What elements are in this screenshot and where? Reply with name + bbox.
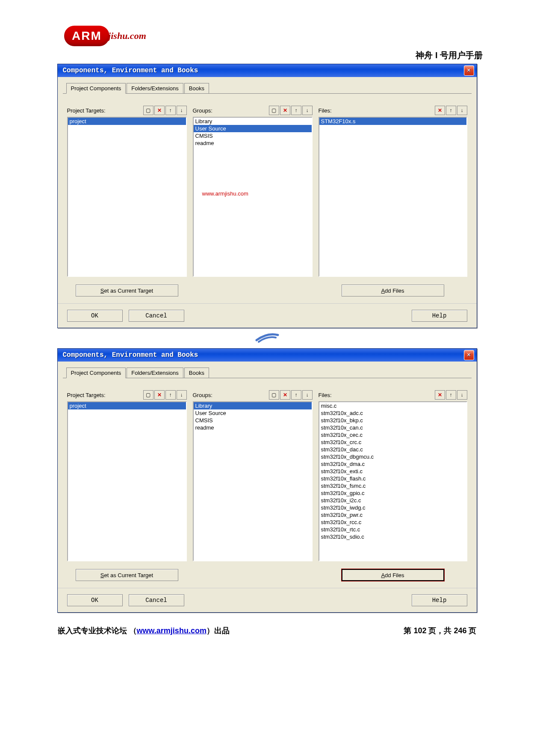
list-item[interactable]: project [68,402,186,409]
list-item[interactable]: readme [194,139,312,147]
tab-project-components[interactable]: Project Components [66,83,126,94]
cancel-button[interactable]: Cancel [129,310,184,322]
page-title: 神舟 I 号用户手册 [0,50,483,61]
tab-folders-extensions[interactable]: Folders/Extensions [127,368,183,378]
delete-file-button[interactable]: ✕ [435,390,445,400]
tab-books[interactable]: Books [184,368,209,378]
list-item[interactable]: stm32f10x_cec.c [319,431,466,439]
delete-target-button[interactable]: ✕ [154,106,165,115]
move-target-down-button[interactable]: ↓ [177,390,187,400]
move-up-icon: ↑ [450,107,452,113]
add-files-button[interactable]: Add Files [342,569,444,581]
add-files-label: dd Files [385,288,404,294]
list-item[interactable]: CMSIS [194,132,312,139]
separator-graphic [58,332,477,344]
list-item[interactable]: stm32f10x_rcc.c [319,519,466,526]
footer-suffix: ）出品 [207,626,230,635]
files-listbox[interactable]: STM32F10x.s [319,117,467,277]
move-down-icon: ↓ [306,392,309,398]
new-group-button[interactable]: ▢ [269,106,279,115]
move-group-up-button[interactable]: ↑ [291,390,301,400]
tab-project-components[interactable]: Project Components [66,368,126,378]
move-file-up-button[interactable]: ↑ [446,106,456,115]
tab-books[interactable]: Books [184,83,209,93]
delete-group-button[interactable]: ✕ [280,106,290,115]
move-group-up-button[interactable]: ↑ [291,106,301,115]
move-file-down-button[interactable]: ↓ [457,106,467,115]
list-item[interactable]: STM32F10x.s [319,118,466,125]
list-item[interactable]: stm32f10x_gpio.c [319,489,466,497]
help-button[interactable]: Help [412,594,467,606]
move-file-down-button[interactable]: ↓ [457,390,467,400]
footer-link[interactable]: www.armjishu.com [137,626,207,635]
new-group-button[interactable]: ▢ [269,390,279,400]
delete-group-button[interactable]: ✕ [280,390,290,400]
close-button[interactable]: ✕ [464,65,474,76]
list-item[interactable]: User Source [194,125,312,132]
list-item[interactable]: project [68,118,186,125]
list-item[interactable]: stm32f10x_dac.c [319,446,466,453]
list-item[interactable]: stm32f10x_iwdg.c [319,504,466,511]
groups-listbox[interactable]: LibraryUser SourceCMSISreadmewww.armjish… [193,117,313,277]
new-icon: ▢ [271,107,276,113]
list-item[interactable]: Library [194,402,312,409]
delete-icon: ✕ [438,107,442,113]
list-item[interactable]: stm32f10x_crc.c [319,439,466,446]
groups-label: Groups: [193,392,268,398]
files-listbox[interactable]: misc.cstm32f10x_adc.cstm32f10x_bkp.cstm3… [319,401,467,561]
move-down-icon: ↓ [306,107,309,113]
list-item[interactable]: stm32f10x_exti.c [319,468,466,475]
move-down-icon: ↓ [461,107,463,113]
move-down-icon: ↓ [180,107,183,113]
ok-button[interactable]: OK [67,594,123,606]
list-item[interactable]: stm32f10x_can.c [319,424,466,431]
tab-folders-extensions[interactable]: Folders/Extensions [127,83,183,93]
move-down-icon: ↓ [461,392,463,398]
list-item[interactable]: readme [194,424,312,431]
list-item[interactable]: stm32f10x_adc.c [319,409,466,417]
list-item[interactable]: stm32f10x_rtc.c [319,526,466,533]
new-target-button[interactable]: ▢ [143,106,153,115]
list-item[interactable]: stm32f10x_pwr.c [319,511,466,519]
move-group-down-button[interactable]: ↓ [302,106,313,115]
titlebar[interactable]: Components, Environment and Books ✕ [58,64,477,77]
delete-file-button[interactable]: ✕ [435,106,445,115]
close-icon: ✕ [467,351,470,358]
brand-logo: ARM jishu.com [64,26,534,46]
new-icon: ▢ [271,392,276,398]
set-current-target-button[interactable]: Set as Current Target [76,285,178,296]
list-item[interactable]: stm32f10x_i2c.c [319,497,466,504]
list-item[interactable]: CMSIS [194,417,312,424]
titlebar[interactable]: Components, Environment and Books ✕ [58,349,477,362]
move-up-icon: ↑ [169,107,172,113]
close-button[interactable]: ✕ [464,350,474,360]
list-item[interactable]: misc.c [319,402,466,409]
list-item[interactable]: stm32f10x_fsmc.c [319,482,466,489]
groups-listbox[interactable]: LibraryUser SourceCMSISreadme [193,401,313,561]
move-group-down-button[interactable]: ↓ [302,390,313,400]
move-up-icon: ↑ [169,392,172,398]
delete-icon: ✕ [283,107,287,113]
list-item[interactable]: User Source [194,409,312,417]
list-item[interactable]: stm32f10x_dma.c [319,460,466,468]
list-item[interactable]: stm32f10x_dbgmcu.c [319,453,466,460]
list-item[interactable]: stm32f10x_sdio.c [319,533,466,540]
list-item[interactable]: stm32f10x_flash.c [319,475,466,482]
list-item[interactable]: Library [194,118,312,125]
move-target-up-button[interactable]: ↑ [165,106,176,115]
targets-listbox[interactable]: project [67,117,187,277]
help-button[interactable]: Help [412,310,467,322]
close-icon: ✕ [467,67,470,74]
move-target-down-button[interactable]: ↓ [177,106,187,115]
move-target-up-button[interactable]: ↑ [165,390,176,400]
add-files-button[interactable]: Add Files [342,285,444,296]
move-file-up-button[interactable]: ↑ [446,390,456,400]
targets-listbox[interactable]: project [67,401,187,561]
set-current-target-button[interactable]: Set as Current Target [76,569,178,581]
cancel-button[interactable]: Cancel [129,594,184,606]
delete-target-button[interactable]: ✕ [154,390,165,400]
targets-label: Project Targets: [67,107,142,114]
ok-button[interactable]: OK [67,310,123,322]
new-target-button[interactable]: ▢ [143,390,153,400]
list-item[interactable]: stm32f10x_bkp.c [319,417,466,424]
